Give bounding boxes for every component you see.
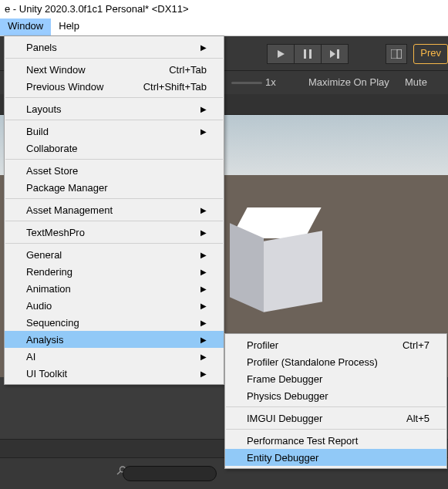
svg-rect-1 bbox=[309, 49, 312, 59]
menu-profiler[interactable]: ProfilerCtrl+7 bbox=[225, 336, 446, 353]
menu-profiler-standalone[interactable]: Profiler (Standalone Process) bbox=[225, 353, 446, 370]
menu-sequencing[interactable]: Sequencing▶ bbox=[5, 314, 224, 331]
chevron-right-icon: ▶ bbox=[185, 206, 207, 214]
chevron-right-icon: ▶ bbox=[185, 43, 207, 52]
menu-asset-management[interactable]: Asset Management▶ bbox=[5, 201, 224, 218]
menu-build[interactable]: Build▶ bbox=[5, 123, 224, 140]
menu-package-manager[interactable]: Package Manager bbox=[5, 179, 224, 196]
chevron-right-icon: ▶ bbox=[185, 369, 207, 378]
preview-button[interactable]: Prev bbox=[413, 44, 448, 64]
menu-rendering[interactable]: Rendering▶ bbox=[5, 263, 224, 280]
chevron-right-icon: ▶ bbox=[185, 228, 207, 237]
play-controls bbox=[267, 44, 349, 64]
play-button[interactable] bbox=[267, 44, 295, 64]
pause-button[interactable] bbox=[295, 44, 322, 64]
search-input[interactable] bbox=[123, 466, 217, 481]
window-title: e - Unity 2020.3.0f1c1 Personal* <DX11> bbox=[0, 0, 448, 19]
mute-audio[interactable]: Mute bbox=[405, 76, 427, 88]
menu-general[interactable]: General▶ bbox=[5, 246, 224, 263]
svg-rect-0 bbox=[304, 49, 306, 59]
chevron-right-icon: ▶ bbox=[185, 319, 207, 327]
chevron-right-icon: ▶ bbox=[185, 285, 207, 293]
menu-imgui-debugger[interactable]: IMGUI DebuggerAlt+5 bbox=[225, 410, 446, 427]
menu-performance-test-report[interactable]: Performance Test Report bbox=[225, 432, 446, 449]
menu-asset-store[interactable]: Asset Store bbox=[5, 162, 224, 179]
menubar-window[interactable]: Window bbox=[0, 19, 51, 35]
chevron-right-icon: ▶ bbox=[185, 268, 207, 276]
svg-rect-4 bbox=[397, 49, 402, 59]
menu-previous-window[interactable]: Previous WindowCtrl+Shift+Tab bbox=[5, 78, 224, 95]
menu-ui-toolkit[interactable]: UI Toolkit▶ bbox=[5, 365, 224, 382]
menubar-help[interactable]: Help bbox=[51, 19, 87, 35]
scene-cube bbox=[230, 207, 322, 306]
menu-next-window[interactable]: Next WindowCtrl+Tab bbox=[5, 61, 224, 78]
menu-frame-debugger[interactable]: Frame Debugger bbox=[225, 370, 446, 387]
scale-label: 1x bbox=[265, 76, 276, 88]
menu-textmeshpro[interactable]: TextMeshPro▶ bbox=[5, 224, 224, 241]
step-button[interactable] bbox=[322, 44, 349, 64]
svg-rect-2 bbox=[337, 49, 339, 59]
menu-analysis[interactable]: Analysis▶ bbox=[5, 331, 224, 348]
analysis-submenu: ProfilerCtrl+7 Profiler (Standalone Proc… bbox=[224, 333, 447, 469]
layout-icon[interactable] bbox=[386, 44, 407, 64]
scale-slider[interactable] bbox=[231, 82, 262, 84]
maximize-on-play[interactable]: Maximize On Play bbox=[308, 76, 389, 88]
menu-entity-debugger[interactable]: Entity Debugger bbox=[225, 449, 446, 466]
menu-panels[interactable]: Panels▶ bbox=[5, 39, 224, 56]
chevron-right-icon: ▶ bbox=[185, 336, 207, 344]
menu-animation[interactable]: Animation▶ bbox=[5, 280, 224, 297]
menu-audio[interactable]: Audio▶ bbox=[5, 297, 224, 314]
menu-collaborate[interactable]: Collaborate bbox=[5, 140, 224, 157]
menubar: Window Help bbox=[0, 19, 448, 36]
chevron-right-icon: ▶ bbox=[185, 127, 207, 136]
menu-layouts[interactable]: Layouts▶ bbox=[5, 100, 224, 117]
window-menu: Panels▶ Next WindowCtrl+Tab Previous Win… bbox=[4, 35, 224, 385]
svg-line-6 bbox=[117, 471, 120, 474]
menu-physics-debugger[interactable]: Physics Debugger bbox=[225, 387, 446, 404]
chevron-right-icon: ▶ bbox=[185, 105, 207, 113]
chevron-right-icon: ▶ bbox=[185, 302, 207, 310]
svg-rect-3 bbox=[391, 49, 402, 59]
chevron-right-icon: ▶ bbox=[185, 251, 207, 259]
chevron-right-icon: ▶ bbox=[185, 352, 207, 361]
menu-ai[interactable]: AI▶ bbox=[5, 348, 224, 365]
